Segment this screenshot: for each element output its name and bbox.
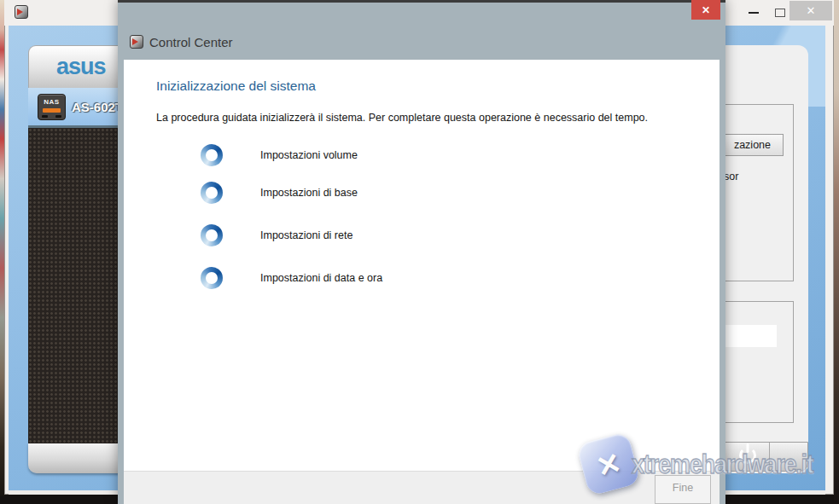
panel-text-fragment: sor	[724, 171, 738, 182]
maximize-icon	[775, 9, 785, 17]
control-center-dialog-icon	[130, 35, 143, 49]
nas-device-icon: NAS	[38, 94, 66, 120]
toolbar-divider	[769, 443, 770, 471]
wizard-description: La procedura guidata inizializzerà il si…	[156, 112, 648, 124]
minimize-button[interactable]	[740, 3, 767, 22]
spinner-icon	[201, 267, 223, 289]
device-model-label: AS-602T	[72, 100, 123, 114]
dialog-title: Control Center	[149, 35, 233, 49]
nas-icon-led-bar	[43, 108, 61, 113]
minimize-icon	[749, 12, 759, 14]
task-label: Impostazioni volume	[260, 149, 358, 161]
screen: ✕ asus NAS AS-602T zazione sor ✕ Control…	[0, 0, 839, 504]
background-app-sliver-right	[834, 0, 839, 504]
control-center-app-icon	[15, 5, 28, 19]
nas-icon-label: NAS	[38, 98, 65, 106]
dialog-titlebar: Control Center	[130, 34, 233, 49]
wizard-heading: Inizializzazione del sistema	[156, 78, 316, 94]
power-icon[interactable]	[739, 447, 756, 464]
task-row: Impostazioni di rete	[201, 224, 223, 246]
dialog-footer	[124, 471, 720, 504]
asustor-logo: asus	[56, 54, 106, 80]
close-icon: ✕	[702, 4, 710, 16]
task-row: Impostazioni di base	[201, 182, 223, 204]
dialog-close-button[interactable]: ✕	[691, 0, 720, 20]
spinner-icon	[201, 182, 223, 204]
close-icon: ✕	[807, 4, 816, 17]
task-row: Impostazioni volume	[201, 144, 223, 166]
task-row: Impostazioni di data e ora	[201, 267, 223, 289]
spinner-icon	[201, 224, 223, 246]
finish-button[interactable]: Fine	[655, 475, 711, 504]
task-label: Impostazioni di rete	[260, 229, 352, 241]
task-label: Impostazioni di data e ora	[260, 272, 382, 284]
spinner-icon	[201, 144, 223, 166]
dialog-top-edge	[118, 0, 725, 3]
main-window-close-button[interactable]: ✕	[789, 1, 832, 20]
task-label: Impostazioni di base	[260, 187, 358, 199]
